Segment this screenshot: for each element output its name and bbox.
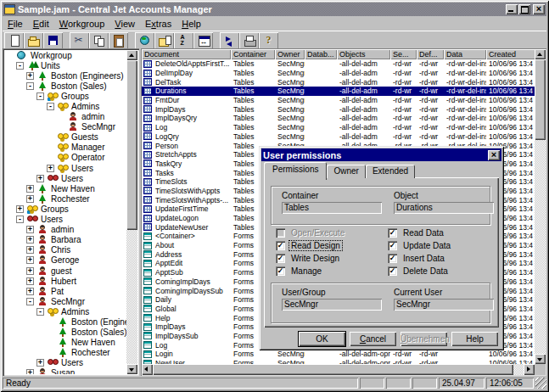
- tab-extended[interactable]: Extended: [366, 165, 415, 178]
- tab-owner[interactable]: Owner: [327, 165, 365, 178]
- expander-minus-icon[interactable]: -: [36, 308, 44, 316]
- tree-item[interactable]: New Haven: [4, 338, 126, 348]
- expander-plus-icon[interactable]: +: [26, 236, 34, 244]
- expander-plus-icon[interactable]: +: [26, 226, 34, 233]
- expander-plus-icon[interactable]: +: [26, 369, 34, 374]
- expander-plus-icon[interactable]: +: [26, 277, 34, 285]
- checkbox-write-design[interactable]: ✓Write Design: [276, 252, 386, 265]
- table-row[interactable]: LogQryTablesSecMngr-all-del-adm-rd-wr-rd…: [142, 132, 535, 142]
- expander-plus-icon[interactable]: +: [26, 256, 34, 264]
- table-vscrollbar[interactable]: [535, 49, 546, 364]
- expander-minus-icon[interactable]: -: [16, 216, 24, 223]
- tree-item[interactable]: +Chris: [4, 245, 126, 255]
- table-row[interactable]: FmtDurTablesSecMngr-all-del-adm-rd-wr-rd…: [142, 96, 535, 105]
- tree-item[interactable]: +Users: [4, 163, 126, 173]
- close-icon[interactable]: [533, 4, 545, 14]
- column-header-document[interactable]: Document: [142, 49, 231, 59]
- tree-item[interactable]: Guests: [4, 132, 126, 143]
- minimize-icon[interactable]: [506, 4, 518, 14]
- table-row[interactable]: DeleteOldApptsFirstT...TablesSecMngr-all…: [142, 59, 535, 69]
- checkbox-read-data[interactable]: ✓Read Data: [388, 227, 498, 239]
- tree-item[interactable]: admin: [4, 112, 126, 122]
- column-header-owner[interactable]: Owner: [275, 49, 305, 59]
- tree-item[interactable]: -Groups: [4, 91, 126, 101]
- title-bar[interactable]: Sample.jam - Central Jet Accounts Manage…: [3, 3, 546, 16]
- column-header-def[interactable]: Def...: [417, 49, 444, 59]
- tree-item[interactable]: -Admins: [4, 306, 126, 316]
- copy-button[interactable]: [89, 32, 109, 49]
- expander-minus-icon[interactable]: -: [47, 103, 54, 110]
- table-hscrollbar[interactable]: [142, 364, 535, 375]
- expander-plus-icon[interactable]: +: [26, 185, 34, 193]
- tree-item[interactable]: +Geroge: [4, 255, 126, 266]
- cut-button[interactable]: [70, 32, 89, 49]
- tree-item[interactable]: Rochester: [4, 348, 126, 358]
- browse-button[interactable]: [154, 32, 174, 49]
- tree-item[interactable]: Boston (Engineers): [4, 316, 126, 327]
- checkbox-manage[interactable]: ✓Manage: [276, 265, 386, 277]
- tree-scroll-up-icon[interactable]: [126, 50, 137, 60]
- sort-button[interactable]: [174, 32, 193, 49]
- tree-item[interactable]: +Users: [4, 358, 126, 368]
- transfer-button[interactable]: [220, 32, 239, 49]
- expander-plus-icon[interactable]: +: [26, 246, 34, 254]
- tree-item[interactable]: Operator: [4, 153, 126, 163]
- tree-scroll-down-icon[interactable]: [126, 364, 137, 374]
- expander-plus-icon[interactable]: +: [36, 359, 44, 367]
- expander-plus-icon[interactable]: +: [26, 195, 34, 203]
- menu-edit[interactable]: Edit: [28, 18, 54, 30]
- column-header-datab[interactable]: Datab...: [305, 49, 337, 59]
- tree-item[interactable]: +Pat: [4, 286, 126, 296]
- tree-item[interactable]: +admin: [4, 225, 126, 235]
- checkbox-read-design[interactable]: ✓Read Design: [276, 239, 386, 252]
- checkbox-update-data[interactable]: ✓Update Data: [388, 239, 498, 252]
- expander-plus-icon[interactable]: +: [26, 72, 34, 80]
- table-row[interactable]: DurationsTablesSecMngr-all-del-adm-rd-wr…: [142, 87, 535, 96]
- print-button[interactable]: [239, 32, 259, 49]
- maximize-icon[interactable]: [518, 4, 530, 14]
- checkbox-open-execute[interactable]: Open/Execute: [276, 227, 386, 239]
- cancel-button[interactable]: Cancel: [350, 332, 396, 346]
- table-row[interactable]: ImplDaysQryTablesSecMngr-all-del-adm-rd-…: [142, 114, 535, 123]
- column-header-created[interactable]: Created: [486, 49, 539, 59]
- tree-item[interactable]: +Rochester: [4, 193, 126, 204]
- table-scroll-up-icon[interactable]: [535, 49, 546, 59]
- tree-scrollbar[interactable]: [126, 50, 137, 374]
- table-hscroll-thumb[interactable]: [153, 364, 513, 375]
- expander-plus-icon[interactable]: +: [16, 205, 24, 213]
- paste-button[interactable]: [109, 32, 128, 49]
- tree-item[interactable]: +Boston (Engineers): [4, 70, 126, 81]
- expander-minus-icon[interactable]: -: [36, 92, 44, 100]
- tree-item[interactable]: -Boston (Sales): [4, 81, 126, 91]
- tree-item[interactable]: Workgroup: [4, 50, 126, 60]
- help-button[interactable]: [259, 32, 278, 49]
- expander-plus-icon[interactable]: +: [26, 267, 34, 275]
- workgroup-button[interactable]: [135, 32, 154, 49]
- column-header-container[interactable]: Container: [231, 49, 275, 59]
- tree-item[interactable]: +Susan: [4, 368, 126, 374]
- resize-grip[interactable]: [535, 378, 546, 389]
- expander-minus-icon[interactable]: -: [26, 298, 34, 305]
- checkbox-delete-data[interactable]: ✓Delete Data: [388, 265, 498, 277]
- table-row[interactable]: DelTaskTablesSecMngr-all-del-adm-rd-wr-r…: [142, 77, 535, 87]
- table-vscroll-thumb[interactable]: [535, 59, 546, 140]
- save-button[interactable]: [43, 32, 63, 49]
- table-scroll-right-icon[interactable]: [524, 364, 535, 375]
- expander-plus-icon[interactable]: +: [26, 288, 34, 295]
- columns-button[interactable]: [193, 32, 213, 49]
- column-header-objects[interactable]: Objects: [337, 49, 390, 59]
- menu-file[interactable]: File: [3, 18, 28, 30]
- ok-button[interactable]: OK: [299, 332, 345, 346]
- tree-item[interactable]: +guest: [4, 266, 126, 276]
- new-button[interactable]: [4, 32, 24, 49]
- tab-permissions[interactable]: Permissions: [264, 162, 327, 180]
- tree-scroll-thumb[interactable]: [126, 60, 137, 230]
- table-row[interactable]: LogTablesSecMngr-all-del-adm-rd-wr-rd-wr…: [142, 123, 535, 132]
- table-scroll-down-icon[interactable]: [535, 354, 546, 364]
- tree-item[interactable]: -Users: [4, 215, 126, 225]
- checkbox-insert-data[interactable]: ✓Insert Data: [388, 252, 498, 265]
- menu-view[interactable]: View: [109, 18, 140, 30]
- tree-item[interactable]: SecMngr: [4, 122, 126, 132]
- tree-item[interactable]: +Hubert: [4, 276, 126, 286]
- expander-plus-icon[interactable]: +: [36, 175, 44, 182]
